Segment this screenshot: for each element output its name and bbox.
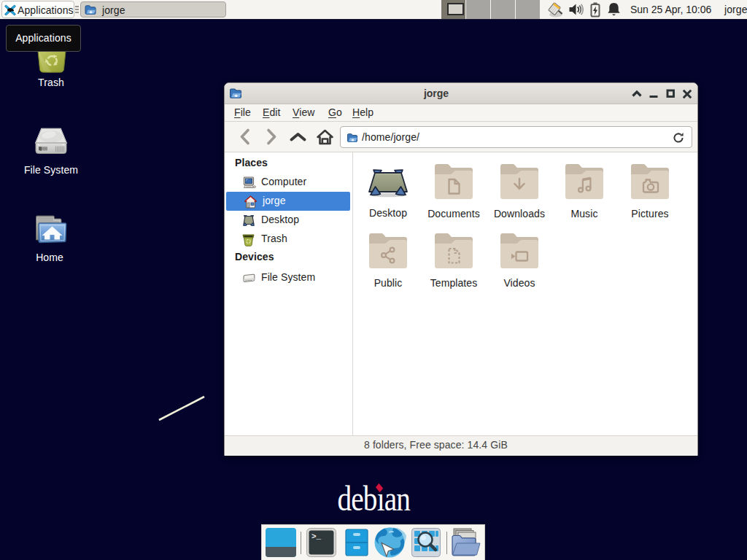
svg-text:>_: >_ (311, 532, 322, 541)
